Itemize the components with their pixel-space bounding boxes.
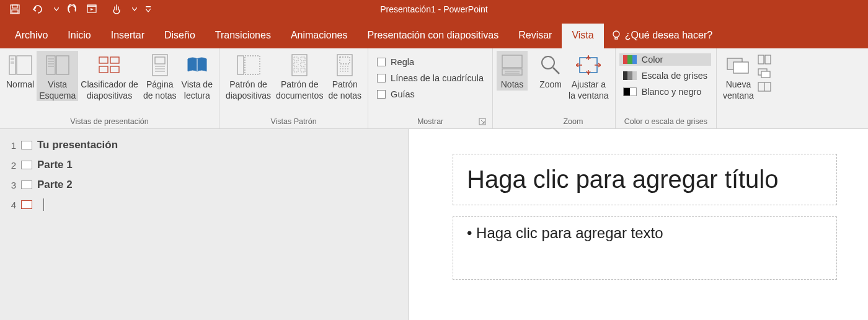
new-window-button[interactable]: Nuevaventana (720, 51, 756, 101)
undo-button[interactable] (27, 1, 50, 17)
color-mode-button[interactable]: Color (619, 53, 711, 66)
cascade-icon (758, 68, 771, 78)
svg-rect-14 (56, 56, 69, 74)
svg-rect-45 (502, 69, 522, 75)
notes-page-button[interactable]: Páginade notas (141, 51, 179, 101)
tab-inicio[interactable]: Inicio (58, 24, 100, 48)
guides-checkbox[interactable]: Guías (377, 89, 484, 99)
svg-rect-12 (11, 61, 14, 64)
outline-item[interactable]: 1 Tu presentación (7, 135, 401, 155)
redo-button[interactable] (63, 1, 81, 17)
svg-rect-32 (294, 57, 298, 61)
svg-rect-5 (87, 5, 96, 6)
move-split-button[interactable] (758, 82, 771, 92)
notes-button[interactable]: Notas (497, 51, 528, 91)
group-mostrar: Regla Líneas de la cuadrícula Guías Most… (368, 48, 493, 128)
group-label-color: Color o escala de grises (619, 115, 712, 128)
svg-rect-6 (146, 6, 151, 7)
reading-view-icon (184, 52, 210, 78)
tell-me-search[interactable]: ¿Qué desea hacer? (604, 24, 720, 48)
new-window-icon (725, 52, 751, 78)
slide-master-icon (236, 52, 262, 78)
normal-view-button[interactable]: Normal (4, 51, 37, 91)
notes-master-button[interactable]: Patrónde notas (326, 51, 364, 101)
svg-rect-31 (292, 55, 307, 76)
svg-point-7 (613, 31, 619, 37)
slide-sorter-icon (97, 52, 123, 78)
outline-item[interactable]: 2 Parte 1 (7, 155, 401, 175)
svg-rect-33 (301, 57, 305, 61)
slide-master-button[interactable]: Patrón dediapositivas (223, 51, 273, 101)
text-cursor (43, 198, 44, 211)
gridlines-checkbox[interactable]: Líneas de la cuadrícula (377, 73, 484, 83)
outline-item[interactable]: 3 Parte 2 (7, 175, 401, 195)
tab-animaciones[interactable]: Animaciones (281, 24, 358, 48)
workspace: 1 Tu presentación 2 Parte 1 3 Parte 2 4 … (0, 129, 868, 320)
qat-items (6, 1, 151, 17)
outline-item[interactable]: 4 (7, 195, 401, 215)
tab-presentacion-diapositivas[interactable]: Presentación con diapositivas (358, 24, 509, 48)
cascade-button[interactable] (758, 68, 771, 78)
mostrar-dialog-launcher[interactable] (479, 118, 487, 127)
fit-to-window-button[interactable]: Ajustar ala ventana (566, 51, 611, 101)
bw-swatch-icon (623, 87, 637, 96)
svg-rect-44 (502, 55, 522, 68)
svg-rect-21 (99, 66, 108, 73)
black-white-mode-button[interactable]: Blanco y negro (623, 87, 707, 97)
group-notas: Notas (493, 48, 531, 128)
tab-archivo[interactable]: Archivo (5, 24, 58, 48)
group-label-mostrar: Mostrar (372, 115, 489, 128)
tab-transiciones[interactable]: Transiciones (205, 24, 281, 48)
slide-thumb-icon (21, 141, 32, 149)
zoom-icon (538, 52, 564, 78)
color-swatch-icon (623, 55, 637, 64)
svg-rect-1 (12, 5, 17, 8)
arrange-all-icon (758, 55, 771, 64)
window-title: Presentación1 - PowerPoint (380, 4, 488, 14)
save-button[interactable] (6, 1, 24, 17)
tab-vista[interactable]: Vista (562, 24, 603, 48)
notes-master-icon (332, 52, 358, 78)
grayscale-swatch-icon (623, 71, 637, 80)
zoom-button[interactable]: Zoom (535, 51, 566, 91)
handout-master-button[interactable]: Patrón dedocumentos (273, 51, 326, 101)
svg-rect-10 (17, 56, 32, 74)
touch-mode-button[interactable] (105, 1, 128, 17)
tab-diseno[interactable]: Diseño (154, 24, 205, 48)
outline-slide-title: Tu presentación (37, 139, 118, 151)
svg-rect-34 (294, 63, 298, 66)
normal-view-icon (7, 52, 33, 78)
outline-pane[interactable]: 1 Tu presentación 2 Parte 1 3 Parte 2 4 (0, 129, 409, 320)
slide-sorter-button[interactable]: Clasificador dediapositivas (78, 51, 141, 101)
ruler-checkbox[interactable]: Regla (377, 57, 484, 67)
quick-access-toolbar: Presentación1 - PowerPoint (0, 0, 868, 19)
title-placeholder[interactable]: Haga clic para agregar título (453, 154, 837, 205)
tab-insertar[interactable]: Insertar (101, 24, 154, 48)
tell-me-label: ¿Qué desea hacer? (625, 30, 712, 41)
svg-rect-11 (11, 58, 14, 60)
outline-slide-number: 2 (7, 160, 16, 171)
group-label-notas-spacer (497, 115, 528, 128)
group-vistas-presentacion: Normal VistaEsquema Clasificador dediapo… (0, 48, 219, 128)
svg-rect-56 (761, 71, 770, 78)
tab-revisar[interactable]: Revisar (508, 24, 562, 48)
body-placeholder[interactable]: • Haga clic para agregar texto (453, 216, 837, 280)
reading-view-button[interactable]: Vista delectura (179, 51, 215, 101)
arrange-all-button[interactable] (758, 55, 771, 64)
qat-customize-dropdown[interactable] (145, 6, 151, 12)
group-ventana: Nuevaventana (717, 48, 775, 128)
slide-editor[interactable]: Haga clic para agregar título • Haga cli… (409, 129, 868, 320)
group-label-ventana-spacer (720, 115, 771, 128)
grayscale-mode-button[interactable]: Escala de grises (623, 71, 707, 81)
title-placeholder-text: Haga clic para agregar título (467, 166, 823, 193)
svg-rect-35 (301, 63, 305, 66)
outline-view-button[interactable]: VistaEsquema (37, 51, 78, 101)
start-from-beginning-button[interactable] (84, 1, 102, 17)
touch-mode-dropdown[interactable] (131, 7, 138, 11)
svg-rect-2 (12, 10, 18, 13)
ribbon-tabs: Archivo Inicio Insertar Diseño Transicio… (0, 19, 868, 48)
slide-thumb-icon (21, 180, 32, 189)
undo-dropdown[interactable] (53, 7, 60, 11)
slide-thumb-icon (21, 161, 32, 169)
outline-slide-title: Parte 1 (37, 159, 73, 171)
